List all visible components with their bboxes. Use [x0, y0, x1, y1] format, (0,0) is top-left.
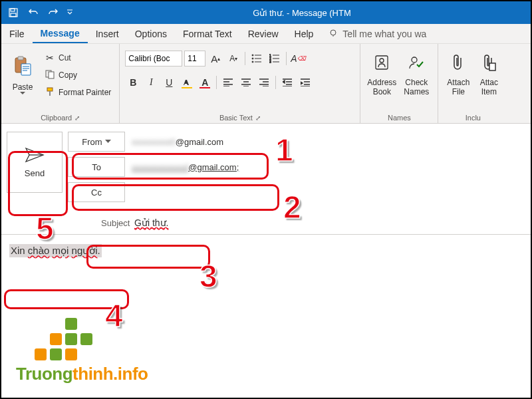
to-button[interactable]: To — [68, 157, 125, 177]
align-left-button[interactable] — [220, 74, 236, 90]
svg-rect-9 — [47, 88, 53, 91]
attach-file-button[interactable]: Attach File — [444, 47, 473, 104]
window-title: Gửi thư. - Message (HTM — [76, 8, 528, 18]
tab-file[interactable]: File — [1, 24, 33, 43]
bullets-button[interactable] — [249, 51, 265, 66]
svg-point-11 — [252, 55, 253, 56]
undo-icon[interactable] — [24, 3, 43, 22]
check-names-button[interactable]: Check Names — [400, 47, 432, 104]
font-name-selector[interactable]: Calibri (Boc — [125, 51, 182, 66]
align-right-button[interactable] — [256, 74, 272, 90]
align-center-button[interactable] — [238, 74, 254, 90]
redo-icon[interactable] — [44, 3, 63, 22]
clear-formatting-button[interactable]: A⌫ — [290, 51, 306, 66]
format-painter-button[interactable]: Format Painter — [41, 84, 114, 100]
qat-customize-icon[interactable] — [64, 3, 76, 22]
svg-rect-6 — [21, 64, 31, 75]
copy-icon — [44, 70, 56, 81]
svg-rect-2 — [11, 13, 16, 17]
attach-item-icon — [481, 54, 496, 75]
highlight-color-button[interactable] — [179, 74, 195, 90]
paste-button[interactable]: Paste — [7, 47, 39, 104]
svg-point-19 — [412, 57, 417, 63]
cut-button[interactable]: ✂ Cut — [41, 50, 114, 66]
cc-value[interactable] — [129, 188, 525, 196]
font-color-button[interactable]: A — [197, 74, 213, 90]
svg-rect-20 — [489, 63, 495, 70]
shrink-font-button[interactable]: A▾ — [225, 51, 241, 66]
cc-button[interactable]: Cc — [68, 182, 125, 202]
svg-rect-8 — [49, 72, 54, 78]
attach-item-button[interactable]: Attac Item — [475, 47, 502, 104]
tell-me-label: Tell me what you wa — [342, 29, 426, 39]
tab-review[interactable]: Review — [240, 24, 287, 43]
check-names-icon — [408, 54, 425, 75]
svg-point-12 — [252, 58, 253, 59]
subject-input[interactable]: Gửi thư. — [132, 213, 531, 232]
ribbon: Paste ✂ Cut Copy Forma — [1, 44, 531, 124]
subject-row: Subject Gửi thư. — [1, 213, 531, 235]
grow-font-button[interactable]: A▴ — [207, 51, 223, 66]
compose-header: Send From xxxxxxxxx0@gmail.com To xxxxxx… — [1, 124, 531, 207]
copy-button[interactable]: Copy — [41, 67, 114, 83]
tab-insert[interactable]: Insert — [88, 24, 127, 43]
numbering-button[interactable]: 123 — [267, 51, 283, 66]
from-button[interactable]: From — [68, 132, 125, 152]
send-button[interactable]: Send — [7, 132, 63, 193]
ribbon-group-clipboard: Paste ✂ Cut Copy Forma — [1, 44, 120, 123]
decrease-indent-button[interactable] — [279, 74, 295, 90]
ribbon-group-basic-text: Calibri (Boc 11 A▴ A▾ 123 A⌫ B I U — [120, 44, 360, 123]
subject-label: Subject — [88, 213, 128, 233]
address-book-icon — [373, 54, 390, 75]
svg-point-13 — [252, 61, 253, 63]
svg-rect-1 — [11, 9, 15, 11]
tab-message[interactable]: Message — [33, 24, 88, 43]
attach-file-icon — [451, 54, 466, 75]
svg-text:3: 3 — [269, 60, 271, 63]
ribbon-group-names: Address Book Check Names Names — [360, 44, 438, 123]
ribbon-tabs: File Message Insert Options Format Text … — [1, 24, 531, 44]
italic-button[interactable]: I — [143, 74, 159, 90]
font-size-selector[interactable]: 11 — [184, 51, 205, 66]
tab-format-text[interactable]: Format Text — [175, 24, 240, 43]
paste-icon — [13, 56, 32, 80]
clipboard-launcher-icon[interactable]: ⤢ — [74, 114, 80, 122]
to-value[interactable]: xxxxxxxxxxxxd@gmail.com; — [129, 158, 525, 176]
titlebar: Gửi thư. - Message (HTM — [1, 1, 531, 24]
tab-help[interactable]: Help — [287, 24, 322, 43]
basic-text-launcher-icon[interactable]: ⤢ — [255, 114, 261, 122]
save-icon[interactable] — [4, 3, 23, 22]
tell-me-search[interactable]: Tell me what you wa — [328, 29, 426, 39]
from-value: xxxxxxxxx0@gmail.com — [129, 133, 525, 151]
underline-button[interactable]: U — [161, 74, 177, 90]
address-book-button[interactable]: Address Book — [366, 47, 398, 104]
svg-rect-10 — [49, 91, 51, 96]
bold-button[interactable]: B — [125, 74, 141, 90]
svg-rect-5 — [18, 57, 23, 60]
cut-icon: ✂ — [44, 53, 56, 63]
message-body[interactable]: Xin chào mọi người. — [1, 235, 531, 267]
tab-options[interactable]: Options — [127, 24, 175, 43]
format-painter-icon — [44, 87, 56, 98]
svg-point-18 — [380, 59, 384, 63]
ribbon-group-include: Attach File Attac Item Inclu — [438, 44, 507, 123]
increase-indent-button[interactable] — [297, 74, 313, 90]
body-text: Xin chào mọi người. — [9, 244, 102, 257]
watermark: Truongthinh.info — [16, 318, 148, 384]
